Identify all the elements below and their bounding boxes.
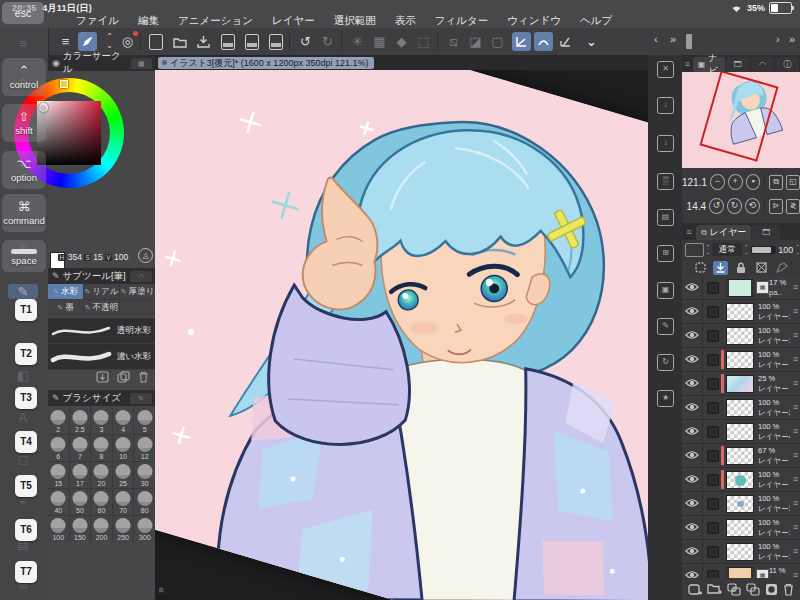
brush-size-cell[interactable]: 3 [91,408,112,434]
new-folder-icon[interactable] [707,583,722,595]
brush-tool-icon[interactable]: ✎ [8,284,38,299]
document-tab[interactable]: イラスト3[復元]* (1600 x 1200px 350dpi 121.1%) [158,57,374,69]
selection-border-icon[interactable]: ▢ [488,32,507,51]
lock-layer-icon[interactable] [733,261,748,275]
figure-tool-icon[interactable]: ◻ [8,452,38,467]
layer-thumbnail[interactable] [726,495,754,513]
layer-checkbox[interactable] [707,522,719,534]
layer-row-menu-icon[interactable]: ≡ [793,330,798,340]
color-set-tab[interactable]: ▦ [131,58,152,69]
layer-row-menu-icon[interactable]: ≡ [793,546,798,556]
layer-visibility-eye-icon[interactable] [685,570,699,578]
flip-vertical-icon[interactable]: ≷ [786,199,800,214]
layer-row[interactable]: ▦ 100 % レイヤー1 ≡ [682,540,800,564]
layer-thumbnail[interactable] [726,471,754,489]
layer-visibility-eye-icon[interactable] [685,522,699,532]
menu-item[interactable]: ヘルプ [580,14,612,28]
brush-size-cell[interactable]: 250 [113,516,134,542]
tab-information[interactable]: ⓘ [775,57,799,72]
layer-row[interactable]: ▦ 100 % レイヤー4 ≡ [682,420,800,444]
brush-size-cell[interactable]: 2 [48,408,69,434]
blend-mode-select[interactable]: 通常 [712,243,742,256]
subtool-group-empty[interactable] [120,300,155,315]
zoom-in-icon[interactable]: + [728,174,743,190]
export-jpg-icon[interactable] [218,32,237,51]
layer-visibility-eye-icon[interactable] [685,330,699,340]
brush-size-cell[interactable]: 7 [70,435,91,461]
brush-item[interactable]: 濃い水彩 [48,344,155,370]
rotate-left-icon[interactable]: ↺ [709,198,724,214]
layer-row[interactable]: ▦ 100 % レイヤー2 ≡ [682,396,800,420]
transfer-layer-icon[interactable] [727,583,741,596]
canvas-area[interactable]: イラスト3[復元]* (1600 x 1200px 350dpi 121.1%) [155,55,648,600]
subtool-group-水彩[interactable]: ✎水彩 [48,284,83,299]
brush-size-cell[interactable]: 5 [134,408,155,434]
snap-ruler-icon[interactable] [512,32,531,51]
layer-row-menu-icon[interactable]: ≡ [793,450,798,460]
layer-checkbox[interactable] [707,354,719,366]
open-file-icon[interactable] [170,32,189,51]
layer-checkbox[interactable] [707,474,719,486]
layer-mask-icon[interactable] [765,583,778,596]
edit-pen-tool-icon[interactable] [78,32,97,51]
eyedropper-tool-icon[interactable]: ⌁ [8,494,38,509]
toolbar-expand-chevron[interactable]: ⌄ [582,32,601,51]
layer-visibility-eye-icon[interactable] [685,498,699,508]
rotate-right-icon[interactable]: ↻ [727,198,742,214]
subtool-group-厚塗り[interactable]: ✎厚塗り [120,284,155,299]
subtool-header[interactable]: ✎ サブツール[筆] ◠ [48,268,155,284]
sv-marker[interactable] [39,103,48,112]
lasso-tool-icon[interactable]: ◠ [8,200,38,215]
layer-thumbnail[interactable] [726,423,754,441]
brush-size-cell[interactable]: 25 [113,462,134,488]
layer-visibility-eye-icon[interactable] [685,306,699,316]
rotated-canvas[interactable] [155,70,648,600]
collapse-palette-icon[interactable]: « [156,587,168,593]
brush-size-extra-tab[interactable]: ✎ [130,393,152,404]
fill-tool-icon[interactable]: ◧ [8,368,38,383]
tool-menu-icon[interactable]: ≡ [8,36,38,51]
brush-size-cell[interactable]: 2.5 [70,408,91,434]
scroll-skip-right-icon[interactable]: » [789,33,795,45]
navigator-thumbnail[interactable] [682,72,800,168]
wand-tool-icon[interactable]: ✳ [8,242,38,257]
layer-thumbnail[interactable] [726,327,754,345]
close-panel-icon[interactable]: ✕ [657,61,674,78]
snap-special-ruler-icon[interactable] [534,32,553,51]
favorite-icon[interactable]: ★ [657,390,674,407]
tab-layers[interactable]: ⧉レイヤー [696,225,751,240]
layer-thumbnail[interactable] [726,567,754,579]
layer-checkbox[interactable] [707,306,719,318]
redo-icon[interactable]: ↻ [318,32,337,51]
layer-checkbox[interactable] [707,282,719,294]
layer-visibility-eye-icon[interactable] [685,282,699,292]
brush-size-cell[interactable]: 12 [134,435,155,461]
layer-checkbox[interactable] [707,450,719,462]
operation-tool-icon[interactable]: ∞ [8,578,38,593]
duplicate-subtool-icon[interactable] [117,371,130,383]
export-png-icon[interactable] [242,32,261,51]
layer-row-menu-icon[interactable]: ≡ [793,570,798,578]
invert-selection-icon[interactable]: ◪ [466,32,485,51]
eraser-all-icon[interactable]: ◆ [392,32,411,51]
brush-size-cell[interactable]: 4 [113,408,134,434]
layer-visibility-eye-icon[interactable] [685,378,699,388]
layer-row[interactable]: ▦ 11 % pa.. ≡ [682,564,800,578]
merge-layer-icon[interactable] [746,583,760,596]
layers-menu-icon[interactable]: ≡ [682,225,696,240]
edit-canvas-icon[interactable]: ✎ [657,318,674,335]
layer-visibility-eye-icon[interactable] [685,402,699,412]
tab-navigator[interactable]: ▣ナビ [693,57,725,72]
scroll-left-icon[interactable]: ‹ [654,33,658,45]
crop-icon[interactable]: ⬚ [414,32,433,51]
brush-size-cell[interactable]: 60 [91,489,112,515]
zoom-100-icon[interactable]: ▪ [746,174,761,190]
layer-row-menu-icon[interactable]: ≡ [793,282,798,292]
brush-size-cell[interactable]: 100 [48,516,69,542]
grid-document-icon[interactable]: ⊞ [657,245,674,262]
clip-studio-icon[interactable]: ◎ [118,32,137,51]
tab-item-bank[interactable]: ◠ [751,57,775,72]
snap-grid-icon[interactable] [556,32,575,51]
opacity-slider[interactable] [751,246,777,254]
opacity-stepper[interactable]: ⌃⌄ [795,245,800,255]
